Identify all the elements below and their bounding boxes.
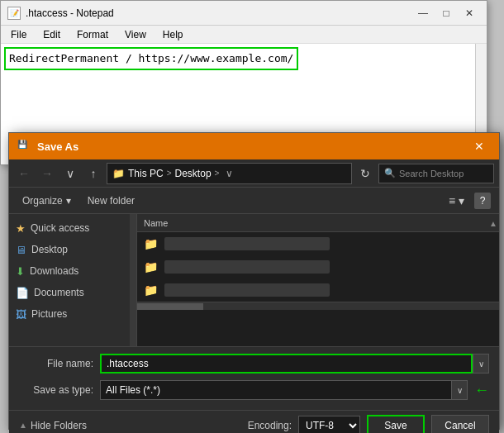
chevron-up-icon: ▲: [19, 421, 27, 430]
view-icon: ≡: [449, 194, 455, 207]
refresh-button[interactable]: ↻: [355, 164, 375, 183]
savetype-input-container: ∨ ←: [100, 380, 489, 400]
documents-folder-icon: 📄: [16, 287, 29, 299]
organize-dropdown-icon: ▾: [66, 195, 71, 207]
nav-label-downloads: Downloads: [30, 265, 78, 277]
file-name-1: [164, 237, 330, 250]
savetype-row: Save as type: ∨ ←: [19, 378, 489, 402]
filename-row: File name: ∨: [19, 352, 489, 375]
search-placeholder: Search Desktop: [399, 169, 464, 178]
file-list-header: Name ▲: [137, 214, 499, 232]
file-name-2: [164, 260, 330, 274]
dialog-title: Save As: [37, 140, 78, 153]
file-item-2[interactable]: 📁: [137, 255, 499, 278]
view-dropdown-icon: ▾: [459, 194, 464, 207]
bottom-form: File name: ∨ Save as type: ∨ ←: [9, 346, 499, 410]
folder-icon-1: 📁: [144, 237, 158, 250]
nav-label-documents: Documents: [34, 287, 84, 298]
save-button[interactable]: Save: [367, 415, 425, 434]
breadcrumb-desktop: Desktop: [175, 168, 212, 179]
savetype-label: Save as type:: [19, 384, 93, 396]
new-folder-button[interactable]: New folder: [83, 193, 140, 208]
file-item-1[interactable]: 📁: [137, 232, 499, 255]
file-name-3: [164, 283, 330, 297]
filename-label: File name:: [19, 358, 93, 369]
menu-help[interactable]: Help: [156, 27, 190, 42]
maximize-button[interactable]: □: [435, 5, 457, 21]
breadcrumb-thispc: This PC: [128, 168, 164, 179]
nav-item-desktop[interactable]: 🖥 Desktop: [9, 239, 136, 260]
hide-folders-label: Hide Folders: [31, 420, 87, 431]
hide-folders-button[interactable]: ▲ Hide Folders: [19, 420, 87, 431]
menu-edit[interactable]: Edit: [36, 27, 67, 42]
breadcrumb-sep2: >: [215, 169, 220, 178]
forward-button[interactable]: →: [37, 164, 57, 183]
filename-input-container: ∨: [100, 354, 489, 374]
dialog-titlebar: 💾 Save As ✕: [9, 133, 499, 159]
arrow-indicator: ←: [474, 382, 489, 399]
desktop-folder-icon: 🖥: [16, 244, 26, 256]
up-button[interactable]: ↑: [83, 164, 103, 183]
folder-icon-2: 📁: [144, 260, 158, 274]
back-button[interactable]: ←: [14, 164, 34, 183]
filename-dropdown-button[interactable]: ∨: [473, 354, 489, 374]
nav-label-pictures: Pictures: [31, 308, 67, 320]
main-content: ★ Quick access 🖥 Desktop ⬇ Downloads 📄 D…: [9, 214, 499, 346]
search-box[interactable]: 🔍 Search Desktop: [378, 164, 494, 183]
green-arrow-icon: ←: [474, 382, 489, 399]
dialog-title-left: 💾 Save As: [17, 140, 78, 153]
organize-label: Organize: [22, 195, 63, 207]
filename-input[interactable]: [100, 354, 473, 374]
secondary-toolbar: Organize ▾ New folder ≡ ▾ ?: [9, 188, 499, 214]
dropdown-button[interactable]: ∨: [60, 164, 80, 183]
dialog-footer: ▲ Hide Folders Encoding: UTF-8 ANSI Unic…: [9, 410, 499, 433]
notepad-app-icon: 📝: [7, 7, 21, 20]
notepad-text-content[interactable]: RedirectPermanent / https://www.example.…: [4, 47, 298, 70]
dialog-close-button[interactable]: ✕: [468, 136, 491, 156]
nav-label-quick-access: Quick access: [31, 222, 89, 234]
address-dropdown-button[interactable]: ∨: [222, 163, 235, 184]
notepad-menubar: File Edit Format View Help: [1, 26, 487, 44]
nav-panel: ★ Quick access 🖥 Desktop ⬇ Downloads 📄 D…: [9, 214, 137, 346]
dialog-app-icon: 💾: [17, 140, 31, 153]
encoding-label: Encoding:: [248, 420, 292, 431]
cancel-button[interactable]: Cancel: [431, 415, 489, 434]
nav-scrollbar[interactable]: [130, 214, 136, 346]
folder-icon-3: 📁: [144, 283, 158, 297]
menu-format[interactable]: Format: [70, 27, 115, 42]
nav-item-quick-access[interactable]: ★ Quick access: [9, 217, 136, 239]
nav-label-desktop: Desktop: [31, 244, 68, 255]
notepad-title: .htaccess - Notepad: [26, 7, 114, 19]
minimize-button[interactable]: —: [412, 5, 434, 21]
savetype-dropdown-button[interactable]: ∨: [451, 380, 468, 400]
address-bar[interactable]: 📁 This PC > Desktop > ∨: [107, 163, 352, 184]
file-panel: Name ▲ 📁 📁 📁: [137, 214, 499, 346]
notepad-title-left: 📝 .htaccess - Notepad: [7, 7, 114, 20]
notepad-close-button[interactable]: ✕: [459, 5, 480, 21]
breadcrumb-sep1: >: [167, 169, 172, 178]
view-button[interactable]: ≡ ▾: [445, 193, 468, 209]
nav-item-downloads[interactable]: ⬇ Downloads: [9, 260, 136, 282]
horizontal-scrollbar[interactable]: [137, 302, 499, 310]
dialog-toolbar: ← → ∨ ↑ 📁 This PC > Desktop > ∨ ↻ 🔍 Sear…: [9, 159, 499, 188]
sort-arrow: ▲: [487, 214, 499, 232]
notepad-titlebar: 📝 .htaccess - Notepad — □ ✕: [1, 1, 487, 26]
search-icon: 🔍: [384, 168, 396, 178]
nav-item-pictures[interactable]: 🖼 Pictures: [9, 303, 136, 325]
scrollbar-thumb: [137, 303, 203, 310]
menu-view[interactable]: View: [118, 27, 153, 42]
notepad-window-controls: — □ ✕: [412, 5, 480, 21]
encoding-select[interactable]: UTF-8 ANSI Unicode: [298, 416, 360, 434]
menu-file[interactable]: File: [4, 27, 33, 42]
save-as-dialog: 💾 Save As ✕ ← → ∨ ↑ 📁 This PC > Desktop …: [8, 132, 500, 430]
organize-button[interactable]: Organize ▾: [17, 193, 76, 208]
nav-item-documents[interactable]: 📄 Documents: [9, 282, 136, 303]
help-button[interactable]: ?: [474, 193, 491, 209]
name-column-header: Name: [144, 218, 168, 228]
pictures-folder-icon: 🖼: [16, 308, 26, 321]
file-item-3[interactable]: 📁: [137, 278, 499, 302]
savetype-input[interactable]: [100, 380, 451, 400]
downloads-folder-icon: ⬇: [16, 265, 25, 278]
quick-access-icon: ★: [16, 222, 26, 235]
address-folder-icon: 📁: [112, 168, 125, 179]
